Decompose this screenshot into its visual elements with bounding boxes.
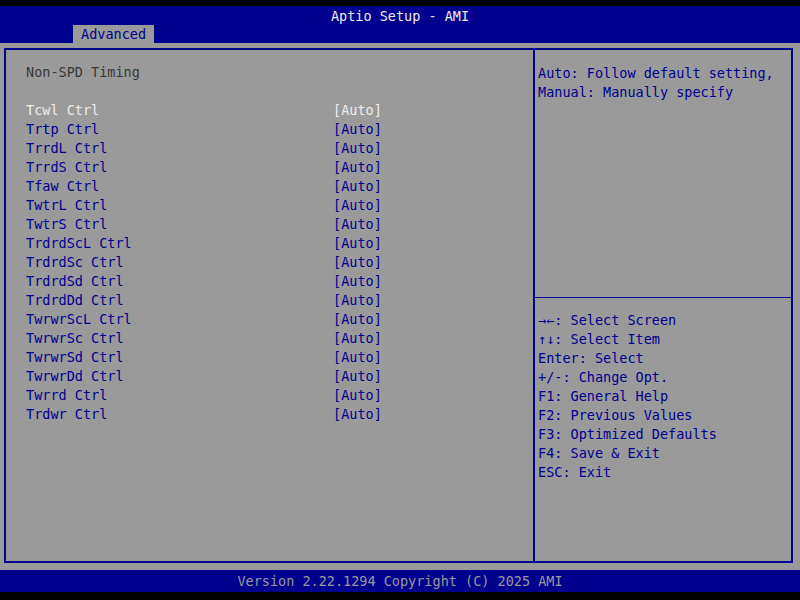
setting-label: TwrwrScL Ctrl: [26, 311, 132, 327]
setting-value[interactable]: [Auto]: [333, 139, 382, 158]
header-band: Aptio Setup - AMI Advanced: [0, 6, 800, 43]
setting-label: TrdrdSc Ctrl: [26, 254, 124, 270]
setting-row[interactable]: Trtp Ctrl[Auto]: [26, 120, 516, 139]
setting-value[interactable]: [Auto]: [333, 196, 382, 215]
setting-label: TrdrdDd Ctrl: [26, 292, 124, 308]
section-title: Non-SPD Timing: [26, 64, 140, 80]
setting-label: Tcwl Ctrl: [26, 102, 99, 118]
setting-label: TrrdL Ctrl: [26, 140, 107, 156]
key-hint: F4: Save & Exit: [538, 444, 790, 463]
panel-divider-vertical: [533, 48, 535, 563]
key-hints-list: →←: Select Screen↑↓: Select ItemEnter: S…: [538, 311, 790, 482]
setting-value[interactable]: [Auto]: [333, 310, 382, 329]
footer-band: Version 2.22.1294 Copyright (C) 2025 AMI: [0, 570, 800, 592]
setting-value[interactable]: [Auto]: [333, 158, 382, 177]
setting-row[interactable]: Tcwl Ctrl[Auto]: [26, 101, 516, 120]
setting-label: TwrwrSd Ctrl: [26, 349, 124, 365]
key-hint: →←: Select Screen: [538, 311, 790, 330]
setting-row[interactable]: TrdrdScL Ctrl[Auto]: [26, 234, 516, 253]
bios-setup-screen: Aptio Setup - AMI Advanced Non-SPD Timin…: [0, 0, 800, 600]
setting-row[interactable]: TrrdL Ctrl[Auto]: [26, 139, 516, 158]
tab-advanced[interactable]: Advanced: [73, 25, 154, 43]
setting-row[interactable]: Twrrd Ctrl[Auto]: [26, 386, 516, 405]
key-hint: ESC: Exit: [538, 463, 790, 482]
setting-value[interactable]: [Auto]: [333, 272, 382, 291]
setting-row[interactable]: TrrdS Ctrl[Auto]: [26, 158, 516, 177]
key-hint: F1: General Help: [538, 387, 790, 406]
setting-row[interactable]: TwrwrDd Ctrl[Auto]: [26, 367, 516, 386]
setting-value[interactable]: [Auto]: [333, 120, 382, 139]
setting-row[interactable]: TrdrdSd Ctrl[Auto]: [26, 272, 516, 291]
setting-row[interactable]: TwrwrScL Ctrl[Auto]: [26, 310, 516, 329]
setting-label: TrdrdSd Ctrl: [26, 273, 124, 289]
setting-value[interactable]: [Auto]: [333, 234, 382, 253]
setting-row[interactable]: Trdwr Ctrl[Auto]: [26, 405, 516, 424]
key-hint: ↑↓: Select Item: [538, 330, 790, 349]
app-title: Aptio Setup - AMI: [0, 8, 800, 24]
setting-label: TwrwrDd Ctrl: [26, 368, 124, 384]
setting-label: TrrdS Ctrl: [26, 159, 107, 175]
setting-value[interactable]: [Auto]: [333, 177, 382, 196]
key-hint: F2: Previous Values: [538, 406, 790, 425]
setting-value[interactable]: [Auto]: [333, 367, 382, 386]
setting-label: Twrrd Ctrl: [26, 387, 107, 403]
key-hint: +/-: Change Opt.: [538, 368, 790, 387]
help-text: Auto: Follow default setting, Manual: Ma…: [538, 64, 790, 102]
setting-label: TwtrS Ctrl: [26, 216, 107, 232]
setting-label: Trtp Ctrl: [26, 121, 99, 137]
setting-value[interactable]: [Auto]: [333, 348, 382, 367]
key-hint: Enter: Select: [538, 349, 790, 368]
setting-value[interactable]: [Auto]: [333, 329, 382, 348]
key-hint: F3: Optimized Defaults: [538, 425, 790, 444]
setting-label: Trdwr Ctrl: [26, 406, 107, 422]
settings-list: Tcwl Ctrl[Auto]Trtp Ctrl[Auto]TrrdL Ctrl…: [26, 101, 516, 424]
setting-row[interactable]: TwrwrSd Ctrl[Auto]: [26, 348, 516, 367]
setting-label: TrdrdScL Ctrl: [26, 235, 132, 251]
setting-label: TwrwrSc Ctrl: [26, 330, 124, 346]
setting-row[interactable]: Tfaw Ctrl[Auto]: [26, 177, 516, 196]
setting-row[interactable]: TrdrdDd Ctrl[Auto]: [26, 291, 516, 310]
help-line: Auto: Follow default setting,: [538, 64, 790, 83]
setting-label: Tfaw Ctrl: [26, 178, 99, 194]
setting-row[interactable]: TwtrS Ctrl[Auto]: [26, 215, 516, 234]
setting-value[interactable]: [Auto]: [333, 215, 382, 234]
setting-value[interactable]: [Auto]: [333, 386, 382, 405]
setting-label: TwtrL Ctrl: [26, 197, 107, 213]
setting-value[interactable]: [Auto]: [333, 291, 382, 310]
help-line: Manual: Manually specify: [538, 83, 790, 102]
version-text: Version 2.22.1294 Copyright (C) 2025 AMI: [237, 573, 562, 589]
setting-row[interactable]: TwtrL Ctrl[Auto]: [26, 196, 516, 215]
setting-value[interactable]: [Auto]: [333, 101, 382, 120]
help-divider-horizontal: [535, 297, 793, 298]
setting-row[interactable]: TwrwrSc Ctrl[Auto]: [26, 329, 516, 348]
setting-value[interactable]: [Auto]: [333, 253, 382, 272]
setting-row[interactable]: TrdrdSc Ctrl[Auto]: [26, 253, 516, 272]
setting-value[interactable]: [Auto]: [333, 405, 382, 424]
